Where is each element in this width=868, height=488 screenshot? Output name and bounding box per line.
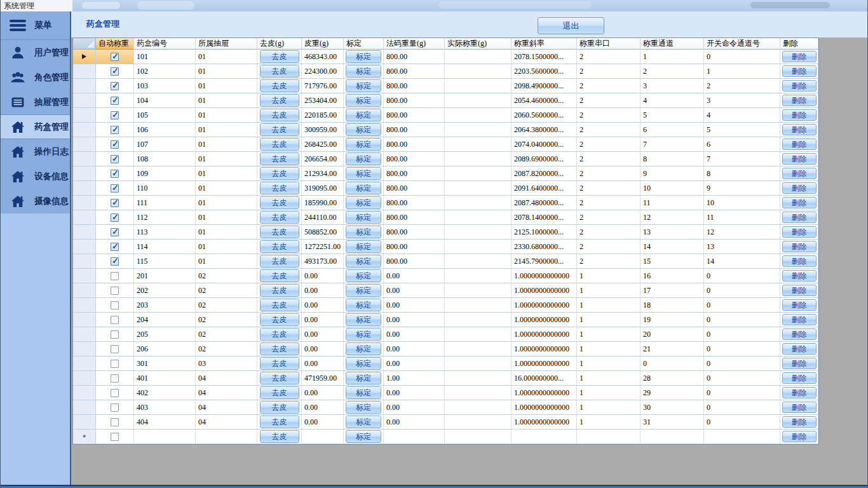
calibrate-button[interactable]: 标定	[346, 196, 381, 209]
auto-weigh-checkbox[interactable]	[111, 316, 119, 324]
row-indicator[interactable]	[73, 371, 96, 386]
tare-button[interactable]: 去皮	[260, 94, 299, 107]
delete-button[interactable]: 删除	[782, 329, 817, 340]
calibrate-button[interactable]: 标定	[346, 372, 381, 384]
calibrate-button[interactable]: 标定	[346, 50, 381, 63]
column-header-法码重量(g)[interactable]: 法码重量(g)	[384, 38, 445, 50]
auto-weigh-checkbox[interactable]	[111, 257, 119, 266]
delete-button[interactable]: 删除	[782, 51, 817, 62]
menu-toggle[interactable]: 菜单	[1, 11, 70, 40]
delete-button[interactable]: 删除	[782, 139, 817, 150]
calibrate-button[interactable]: 标定	[346, 167, 381, 180]
auto-weigh-checkbox[interactable]	[111, 140, 119, 149]
auto-weigh-checkbox[interactable]	[111, 243, 119, 251]
tare-button[interactable]: 去皮	[260, 196, 299, 209]
row-indicator[interactable]	[73, 298, 96, 313]
tare-button[interactable]: 去皮	[260, 372, 299, 384]
row-indicator[interactable]	[73, 313, 96, 327]
row-indicator[interactable]: *	[73, 430, 96, 444]
calibrate-button[interactable]: 标定	[346, 328, 381, 341]
tare-button[interactable]: 去皮	[260, 79, 299, 92]
tare-button[interactable]: 去皮	[260, 65, 299, 78]
column-header-实际称重(g)[interactable]: 实际称重(g)	[445, 38, 512, 50]
row-indicator[interactable]	[73, 400, 96, 415]
tare-button[interactable]: 去皮	[260, 313, 299, 326]
auto-weigh-checkbox[interactable]	[111, 301, 119, 309]
auto-weigh-checkbox[interactable]	[111, 360, 119, 368]
delete-button[interactable]: 删除	[782, 168, 817, 179]
calibrate-button[interactable]: 标定	[346, 284, 381, 297]
tare-button[interactable]: 去皮	[260, 240, 299, 253]
row-indicator[interactable]	[73, 225, 96, 240]
column-header-去皮(g)[interactable]: 去皮(g)	[257, 38, 302, 50]
delete-button[interactable]: 删除	[782, 358, 817, 369]
delete-button[interactable]: 删除	[782, 109, 817, 121]
auto-weigh-checkbox[interactable]	[111, 82, 119, 90]
delete-button[interactable]: 删除	[782, 270, 817, 281]
calibrate-button[interactable]: 标定	[346, 255, 381, 268]
row-indicator[interactable]	[73, 93, 96, 108]
column-header-药盒编号[interactable]: 药盒编号	[134, 38, 196, 50]
calibrate-button[interactable]: 标定	[346, 401, 381, 414]
row-indicator[interactable]	[73, 64, 96, 79]
row-indicator[interactable]	[73, 152, 96, 166]
row-indicator[interactable]	[73, 79, 96, 93]
tare-button[interactable]: 去皮	[260, 226, 299, 238]
row-indicator[interactable]	[73, 108, 96, 123]
sidebar-item-角色管理[interactable]: 角色管理	[1, 65, 70, 90]
delete-button[interactable]: 删除	[782, 241, 817, 252]
delete-button[interactable]: 删除	[782, 212, 817, 223]
auto-weigh-checkbox[interactable]	[111, 433, 119, 441]
select-all-cell[interactable]	[73, 38, 96, 50]
delete-button[interactable]: 删除	[782, 255, 817, 267]
sidebar-item-用户管理[interactable]: 用户管理	[1, 40, 70, 65]
tare-button[interactable]: 去皮	[260, 284, 299, 297]
column-header-自动称重[interactable]: 自动称重	[96, 38, 134, 50]
exit-button[interactable]: 退出	[538, 17, 604, 34]
calibrate-button[interactable]: 标定	[346, 123, 381, 136]
calibrate-button[interactable]: 标定	[346, 152, 381, 165]
auto-weigh-checkbox[interactable]	[111, 330, 119, 339]
auto-weigh-checkbox[interactable]	[111, 272, 119, 280]
column-header-称重通道[interactable]: 称重通道	[641, 38, 704, 50]
auto-weigh-checkbox[interactable]	[111, 199, 119, 207]
calibrate-button[interactable]: 标定	[346, 430, 381, 443]
column-header-皮重(g)[interactable]: 皮重(g)	[302, 38, 344, 50]
tare-button[interactable]: 去皮	[260, 182, 299, 194]
sidebar-item-抽屉管理[interactable]: 抽屉管理	[1, 90, 70, 114]
delete-button[interactable]: 删除	[782, 65, 817, 77]
tare-button[interactable]: 去皮	[260, 211, 299, 224]
column-header-开关命令通道号[interactable]: 开关命令通道号	[704, 38, 780, 50]
delete-button[interactable]: 删除	[782, 80, 817, 92]
delete-button[interactable]: 删除	[782, 299, 817, 311]
row-indicator[interactable]	[73, 123, 96, 137]
sidebar-item-药盒管理[interactable]: 药盒管理	[1, 114, 70, 139]
delete-button[interactable]: 删除	[782, 197, 817, 208]
row-indicator[interactable]	[73, 327, 96, 342]
sidebar-item-操作日志[interactable]: 操作日志	[1, 139, 70, 164]
calibrate-button[interactable]: 标定	[346, 386, 381, 399]
calibrate-button[interactable]: 标定	[346, 299, 381, 311]
calibrate-button[interactable]: 标定	[346, 211, 381, 224]
column-header-所属抽屉[interactable]: 所属抽屉	[196, 38, 257, 50]
tare-button[interactable]: 去皮	[260, 123, 299, 136]
sidebar-item-摄像信息[interactable]: 摄像信息	[1, 189, 70, 214]
row-indicator[interactable]	[73, 50, 96, 64]
auto-weigh-checkbox[interactable]	[111, 389, 119, 397]
delete-button[interactable]: 删除	[782, 431, 817, 442]
auto-weigh-checkbox[interactable]	[111, 228, 119, 236]
tare-button[interactable]: 去皮	[260, 430, 299, 443]
calibrate-button[interactable]: 标定	[346, 342, 381, 355]
row-indicator[interactable]	[73, 386, 96, 400]
auto-weigh-checkbox[interactable]	[111, 287, 119, 295]
delete-button[interactable]: 删除	[782, 285, 817, 296]
calibrate-button[interactable]: 标定	[346, 65, 381, 78]
calibrate-button[interactable]: 标定	[346, 138, 381, 151]
calibrate-button[interactable]: 标定	[346, 182, 381, 194]
tare-button[interactable]: 去皮	[260, 386, 299, 399]
auto-weigh-checkbox[interactable]	[111, 111, 119, 119]
delete-button[interactable]: 删除	[782, 95, 817, 106]
row-indicator[interactable]	[73, 269, 96, 283]
row-indicator[interactable]	[73, 166, 96, 181]
tare-button[interactable]: 去皮	[260, 255, 299, 268]
